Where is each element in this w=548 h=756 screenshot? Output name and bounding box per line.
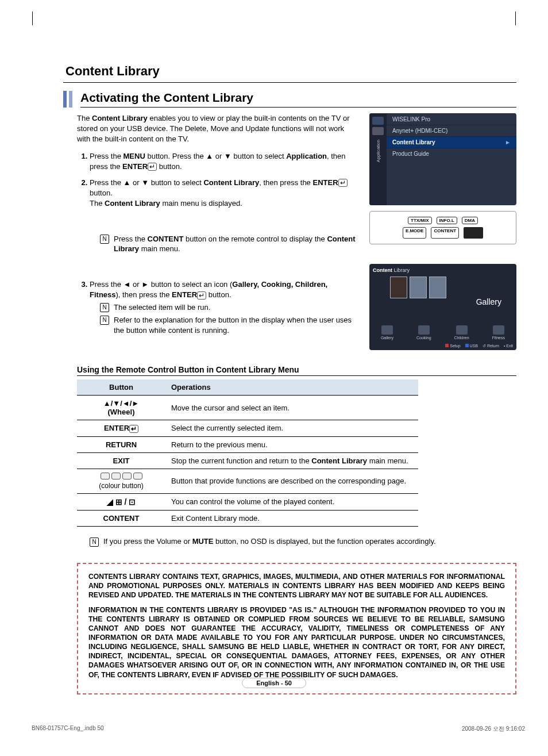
cell-op: Exit Content Library mode. — [165, 510, 418, 526]
table-heading: Using the Remote Control Button in Conte… — [77, 365, 516, 376]
enter-icon: ↵ — [338, 179, 348, 187]
app-icon — [372, 127, 384, 135]
cell-op: Select the currently selected item. — [165, 420, 418, 437]
volume-mute-icon: ◢ ⊞ / ⊡ — [107, 497, 136, 506]
col-button: Button — [77, 379, 165, 396]
remote-button-table: Button Operations ▲/▼/◄/► (Wheel) Move t… — [77, 379, 418, 527]
thumb-icon — [390, 277, 407, 298]
osd-menu-screenshot: Application WISELINK Pro Anynet+ (HDMI-C… — [369, 113, 516, 205]
remote-btn-info: INFO.L — [437, 217, 457, 225]
subsection-title: Activating the Content Library — [80, 91, 516, 108]
gallery-label: Gallery — [476, 297, 501, 306]
colour-buttons-icon — [101, 473, 142, 479]
enter-icon: ↵ — [197, 291, 206, 300]
remote-btn-emode: E.MODE — [403, 227, 427, 239]
thumb-icon — [429, 277, 446, 298]
cell-op: Return to the previous menu. — [165, 436, 418, 452]
disclaimer-box: CONTENTS LIBRARY CONTAINS TEXT, GRAPHICS… — [77, 563, 516, 694]
category: Fitness — [492, 325, 505, 340]
cell-button: ◢ ⊞ / ⊡ — [77, 493, 165, 510]
note: N Press the CONTENT button on the remote… — [100, 234, 359, 255]
accent-bar — [63, 91, 67, 108]
cell-button: ENTER↵ — [77, 420, 165, 437]
cell-button: EXIT — [77, 452, 165, 469]
cell-button: RETURN — [77, 436, 165, 452]
step-3: Press the ◄ or ► button to select an ico… — [90, 279, 359, 336]
cell-button: ▲/▼/◄/► (Wheel) — [77, 396, 165, 420]
note-icon: N — [100, 316, 109, 325]
osd-item: WISELINK Pro — [387, 113, 516, 125]
step-1: Press the MENU button. Press the ▲ or ▼ … — [90, 151, 359, 172]
footer-right: 2008-09-26 오전 9:16:02 — [462, 725, 525, 733]
remote-btn-content: CONTENT — [431, 227, 459, 239]
cell-op: Move the cursor and select an item. — [165, 396, 418, 420]
note-icon: N — [100, 235, 109, 244]
post-table-note: N If you press the Volume or MUTE button… — [90, 537, 516, 547]
thumb-icon — [410, 277, 427, 298]
col-operations: Operations — [165, 379, 418, 396]
print-footer: BN68-01757C-Eng_.indb 50 2008-09-26 오전 9… — [32, 725, 525, 733]
category: Cooking — [416, 325, 431, 340]
subsection-header: Activating the Content Library — [63, 91, 516, 108]
section-title: Content Library — [63, 60, 516, 83]
note-icon: N — [100, 303, 109, 312]
remote-btn-ttxmix: TTX/MIX — [408, 217, 432, 225]
accent-bar — [69, 91, 72, 108]
cell-op: Button that provide functions are descri… — [165, 469, 418, 493]
cell-button: (colour button) — [77, 469, 165, 493]
remote-speaker-icon — [464, 227, 483, 239]
note: N The selected item will be run. — [100, 302, 359, 313]
page-number: English - 50 — [242, 678, 306, 688]
cell-op: Stop the current function and return to … — [165, 452, 418, 469]
enter-icon: ↵ — [148, 163, 157, 171]
cell-op: You can control the volume of the played… — [165, 493, 418, 510]
note-icon: N — [90, 538, 99, 547]
app-icon — [372, 117, 384, 125]
chevron-right-icon: ► — [505, 139, 511, 145]
osd-item: Product Guide — [387, 148, 516, 159]
step-2: Press the ▲ or ▼ button to select Conten… — [90, 178, 359, 274]
crop-mark-right — [515, 11, 516, 25]
crop-mark-left — [32, 11, 33, 25]
cell-button: CONTENT — [77, 510, 165, 526]
category: Children — [454, 325, 469, 340]
intro-text: The Content Library enables you to view … — [77, 113, 359, 144]
footer-left: BN68-01757C-Eng_.indb 50 — [32, 725, 104, 733]
enter-icon: ↵ — [129, 425, 138, 433]
content-library-screenshot: Content Library Gallery Gallery Cooking … — [369, 264, 516, 350]
gallery-title: Content Library — [373, 267, 513, 273]
osd-item-selected: Content Library► — [387, 136, 516, 148]
remote-diagram: TTX/MIX INFO.L DMA E.MODE CONTENT — [369, 211, 516, 244]
note: N Refer to the explanation for the butto… — [100, 315, 359, 336]
gallery-footer: Setup USB ↺ Return • Exit — [445, 344, 513, 348]
category: Gallery — [381, 325, 393, 340]
osd-side-label: Application — [376, 140, 381, 162]
remote-btn-dma: DMA — [462, 217, 478, 225]
osd-item: Anynet+ (HDMI-CEC) — [387, 125, 516, 136]
